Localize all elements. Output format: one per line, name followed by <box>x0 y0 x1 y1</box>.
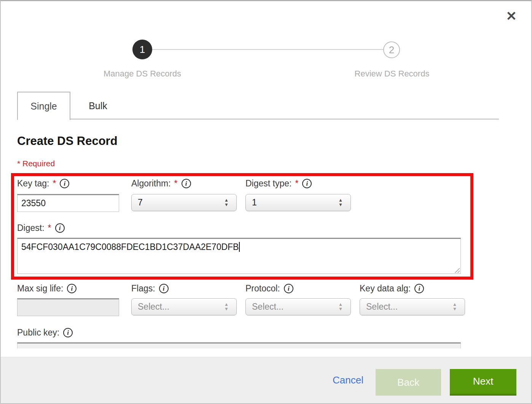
tab-single[interactable]: Single <box>17 92 70 120</box>
public-key-label-text: Public key: <box>17 328 59 338</box>
required-note: * Required <box>17 159 55 168</box>
dialog-footer: Cancel Back Next <box>1 357 531 403</box>
text-caret <box>239 242 240 252</box>
public-key-info-icon[interactable]: i <box>63 328 73 337</box>
algorithm-required-star: * <box>174 178 178 189</box>
flags-info-icon[interactable]: i <box>159 284 169 293</box>
digest-label: Digest: * i <box>17 223 65 233</box>
flags-select[interactable]: Select... ▲▼ <box>131 298 237 315</box>
algorithm-select-value: 7 <box>138 197 224 208</box>
stepper-step-1-label: Manage DS Records <box>104 69 181 79</box>
max-sig-life-label: Max sig life: i <box>17 283 76 294</box>
key-data-alg-select-value: Select... <box>366 302 452 312</box>
digest-type-info-icon[interactable]: i <box>302 179 312 188</box>
digest-textarea[interactable]: 54FCF030AA1C79C0088FDEC1BD1C37DAA2E70DFB <box>17 238 461 274</box>
public-key-textarea[interactable] <box>17 342 461 348</box>
select-spinner-icon: ▲▼ <box>452 303 457 311</box>
protocol-label-text: Protocol: <box>245 283 280 294</box>
resize-grip-icon[interactable] <box>454 267 460 273</box>
stepper-connector-line <box>152 49 383 50</box>
select-spinner-icon: ▲▼ <box>224 199 229 207</box>
algorithm-label-text: Algorithm: <box>131 178 171 189</box>
digest-info-icon[interactable]: i <box>55 223 65 233</box>
back-button[interactable]: Back <box>376 369 441 396</box>
select-spinner-icon: ▲▼ <box>224 303 229 311</box>
digest-label-text: Digest: <box>17 223 45 233</box>
digest-type-label-text: Digest type: <box>245 178 291 189</box>
protocol-label: Protocol: i <box>245 283 293 294</box>
key-data-alg-label: Key data alg: i <box>360 283 424 294</box>
protocol-select-value: Select... <box>252 302 338 312</box>
algorithm-select[interactable]: 7 ▲▼ <box>131 194 237 211</box>
digest-type-select-value: 1 <box>252 197 338 208</box>
digest-required-star: * <box>48 223 51 233</box>
algorithm-label: Algorithm: * i <box>131 178 191 189</box>
digest-value: 54FCF030AA1C79C0088FDEC1BD1C37DAA2E70DFB <box>21 242 239 252</box>
key-data-alg-info-icon[interactable]: i <box>414 284 424 293</box>
algorithm-info-icon[interactable]: i <box>182 179 191 188</box>
flags-label-text: Flags: <box>131 283 155 294</box>
digest-type-label: Digest type: * i <box>245 178 312 189</box>
max-sig-life-info-icon[interactable]: i <box>67 284 76 293</box>
stepper-step-2-label: Review DS Records <box>355 69 430 79</box>
protocol-info-icon[interactable]: i <box>284 284 293 293</box>
key-tag-label-text: Key tag: <box>17 178 49 189</box>
public-key-label: Public key: i <box>17 328 73 338</box>
cancel-button[interactable]: Cancel <box>333 357 363 403</box>
tab-bulk[interactable]: Bulk <box>70 92 126 120</box>
next-button[interactable]: Next <box>450 369 516 396</box>
select-spinner-icon: ▲▼ <box>338 199 343 207</box>
stepper-step-2-circle: 2 <box>383 41 400 58</box>
create-ds-record-dialog: ✕ 1 2 Manage DS Records Review DS Record… <box>0 0 532 404</box>
key-tag-input[interactable] <box>17 194 119 212</box>
stepper-step-1-circle: 1 <box>132 40 152 59</box>
key-data-alg-label-text: Key data alg: <box>360 283 411 294</box>
close-icon[interactable]: ✕ <box>506 10 517 22</box>
digest-type-select[interactable]: 1 ▲▼ <box>245 194 351 211</box>
flags-select-value: Select... <box>138 302 224 312</box>
key-tag-required-star: * <box>53 178 56 189</box>
max-sig-life-input[interactable] <box>17 298 119 316</box>
digest-type-required-star: * <box>295 178 298 189</box>
flags-label: Flags: i <box>131 283 169 294</box>
page-title: Create DS Record <box>17 134 118 148</box>
key-data-alg-select[interactable]: Select... ▲▼ <box>360 298 465 315</box>
select-spinner-icon: ▲▼ <box>338 303 343 311</box>
key-tag-info-icon[interactable]: i <box>60 179 69 188</box>
key-tag-label: Key tag: * i <box>17 178 69 189</box>
max-sig-life-label-text: Max sig life: <box>17 283 63 294</box>
protocol-select[interactable]: Select... ▲▼ <box>245 298 351 315</box>
